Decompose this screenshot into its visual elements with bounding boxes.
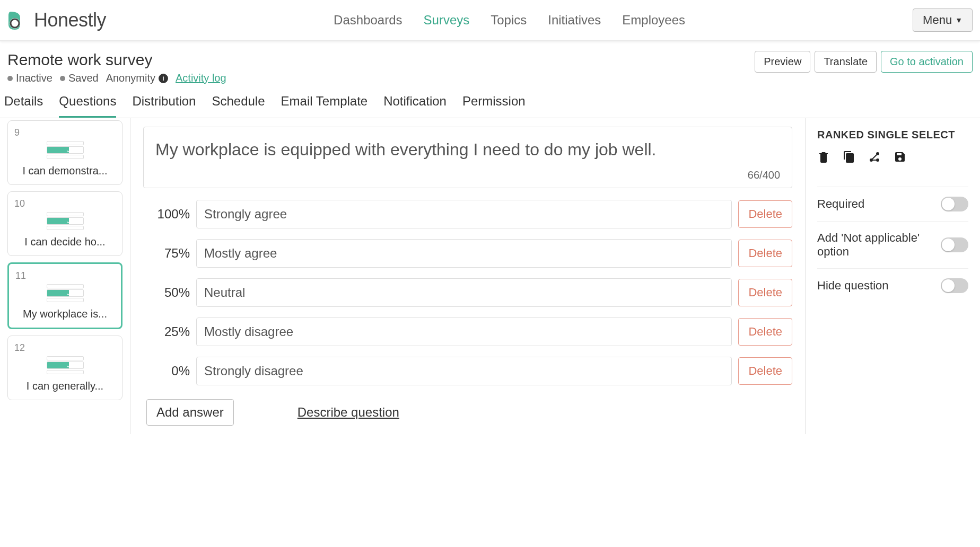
tab-questions[interactable]: Questions — [59, 94, 116, 118]
survey-tabs: Details Questions Distribution Schedule … — [0, 84, 980, 118]
nav-surveys[interactable]: Surveys — [424, 13, 470, 28]
describe-question-link[interactable]: Describe question — [298, 405, 399, 420]
survey-title: Remote work survey — [7, 51, 226, 69]
main-content: 9 I can demonstra... 10 I can decide ho.… — [0, 118, 980, 434]
answer-percent: 50% — [143, 285, 190, 300]
thumbnail-9[interactable]: 9 I can demonstra... — [7, 120, 122, 185]
tab-email-template[interactable]: Email Template — [281, 94, 368, 118]
answer-input[interactable] — [196, 317, 732, 346]
status-inactive: Inactive — [7, 72, 52, 84]
setting-hide-question: Hide question — [817, 268, 968, 303]
setting-label: Add 'Not applicable' option — [817, 231, 941, 259]
setting-required: Required — [817, 187, 968, 221]
setting-label: Hide question — [817, 279, 941, 293]
panel-action-icons — [817, 151, 968, 173]
nav-dashboards[interactable]: Dashboards — [334, 13, 402, 28]
delete-answer-button[interactable]: Delete — [738, 279, 792, 306]
nav-topics[interactable]: Topics — [491, 13, 527, 28]
thumbnail-label: I can generally... — [14, 380, 116, 392]
subheader: Remote work survey Inactive Saved Anonym… — [0, 41, 980, 84]
tab-distribution[interactable]: Distribution — [132, 94, 196, 118]
answer-row: 75% Delete — [143, 239, 792, 268]
thumbnail-number: 10 — [14, 198, 116, 209]
translate-button[interactable]: Translate — [815, 51, 877, 73]
answer-input[interactable] — [196, 357, 732, 385]
header: Honestly Dashboards Surveys Topics Initi… — [0, 0, 980, 41]
answer-percent: 25% — [143, 324, 190, 339]
logo[interactable]: Honestly — [7, 9, 106, 31]
main-nav: Dashboards Surveys Topics Initiatives Em… — [106, 13, 913, 28]
tab-notification[interactable]: Notification — [383, 94, 447, 118]
answer-row: 0% Delete — [143, 357, 792, 385]
answer-input[interactable] — [196, 200, 732, 228]
thumbnail-10[interactable]: 10 I can decide ho... — [7, 191, 122, 256]
activate-button[interactable]: Go to activation — [881, 51, 973, 73]
answer-input[interactable] — [196, 239, 732, 268]
tab-schedule[interactable]: Schedule — [212, 94, 265, 118]
answer-row: 50% Delete — [143, 278, 792, 307]
delete-answer-button[interactable]: Delete — [738, 240, 792, 267]
thumbnail-12[interactable]: 12 I can generally... — [7, 336, 122, 400]
thumbnail-preview-icon — [15, 284, 115, 303]
delete-answer-button[interactable]: Delete — [738, 200, 792, 228]
preview-button[interactable]: Preview — [755, 51, 810, 73]
question-text-box: My workplace is equipped with everything… — [143, 127, 792, 188]
trash-icon[interactable] — [817, 151, 830, 163]
status-saved: Saved — [60, 72, 99, 84]
anonymity-label: Anonymity i — [106, 72, 168, 84]
dot-icon — [60, 76, 65, 81]
answer-percent: 75% — [143, 246, 190, 261]
question-thumbnails: 9 I can demonstra... 10 I can decide ho.… — [0, 118, 130, 434]
thumbnail-number: 12 — [14, 342, 116, 354]
answers-list: 100% Delete 75% Delete 50% Delete 25% De… — [143, 200, 792, 385]
answer-percent: 0% — [143, 364, 190, 378]
tab-permission[interactable]: Permission — [462, 94, 526, 118]
nav-employees[interactable]: Employees — [622, 13, 685, 28]
thumbnail-preview-icon — [14, 356, 116, 375]
thumbnail-label: I can decide ho... — [14, 236, 116, 248]
setting-label: Required — [817, 197, 941, 211]
nav-initiatives[interactable]: Initiatives — [548, 13, 601, 28]
question-type-title: RANKED SINGLE SELECT — [817, 129, 968, 141]
answer-row: 100% Delete — [143, 200, 792, 228]
question-text-input[interactable]: My workplace is equipped with everything… — [155, 138, 780, 162]
logo-text: Honestly — [34, 9, 106, 31]
branch-icon[interactable] — [868, 151, 881, 163]
survey-info: Remote work survey Inactive Saved Anonym… — [7, 51, 226, 84]
tab-details[interactable]: Details — [4, 94, 43, 118]
header-actions: Preview Translate Go to activation — [755, 51, 973, 73]
question-editor: My workplace is equipped with everything… — [130, 118, 805, 434]
question-settings-panel: RANKED SINGLE SELECT Required Add 'Not a… — [805, 118, 980, 434]
menu-label: Menu — [923, 13, 952, 27]
thumbnail-label: I can demonstra... — [14, 165, 116, 177]
survey-meta: Inactive Saved Anonymity i Activity log — [7, 72, 226, 84]
save-icon[interactable] — [894, 151, 906, 163]
not-applicable-toggle[interactable] — [941, 237, 968, 252]
required-toggle[interactable] — [941, 197, 968, 211]
thumbnail-11[interactable]: 11 My workplace is... — [7, 262, 122, 329]
logo-mark-icon — [7, 10, 29, 31]
dot-icon — [7, 76, 13, 81]
thumbnail-number: 11 — [15, 270, 115, 281]
answer-input[interactable] — [196, 278, 732, 307]
delete-answer-button[interactable]: Delete — [738, 357, 792, 385]
thumbnail-preview-icon — [14, 140, 116, 160]
info-icon[interactable]: i — [159, 74, 168, 83]
thumbnail-label: My workplace is... — [15, 308, 115, 320]
caret-down-icon: ▼ — [955, 16, 962, 24]
setting-not-applicable: Add 'Not applicable' option — [817, 221, 968, 268]
hide-question-toggle[interactable] — [941, 278, 968, 293]
copy-icon[interactable] — [843, 151, 855, 163]
answer-percent: 100% — [143, 207, 190, 222]
activity-log-link[interactable]: Activity log — [176, 72, 226, 84]
delete-answer-button[interactable]: Delete — [738, 318, 792, 346]
menu-button[interactable]: Menu ▼ — [913, 8, 973, 32]
thumbnail-preview-icon — [14, 211, 116, 231]
editor-footer: Add answer Describe question — [143, 399, 792, 426]
add-answer-button[interactable]: Add answer — [146, 399, 234, 426]
thumbnail-number: 9 — [14, 127, 116, 138]
answer-row: 25% Delete — [143, 317, 792, 346]
char-count: 66/400 — [155, 169, 780, 181]
